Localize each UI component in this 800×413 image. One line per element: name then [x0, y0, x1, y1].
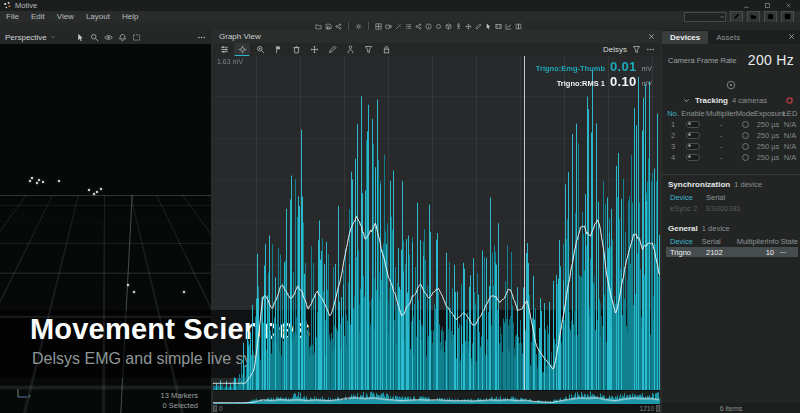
enable-toggle[interactable] — [686, 121, 700, 128]
flag-icon[interactable] — [274, 45, 283, 54]
graph-timeline-bar[interactable]: 0 1210 — [213, 404, 660, 413]
zoom-icon[interactable] — [90, 33, 99, 42]
marker-dot[interactable] — [36, 182, 38, 184]
layout-combo[interactable] — [684, 12, 726, 22]
export-icon[interactable] — [335, 23, 342, 30]
panels-icon[interactable] — [375, 23, 382, 30]
enable-toggle[interactable] — [686, 154, 700, 161]
menu-file[interactable]: File — [0, 12, 25, 21]
open-file-icon[interactable] — [315, 23, 322, 30]
camera-row-4[interactable]: 4-250 µsN/A — [666, 152, 798, 162]
info-icon[interactable] — [425, 23, 432, 30]
device-selector[interactable]: Delsys — [603, 45, 627, 54]
graph-tool-pen[interactable] — [324, 43, 340, 56]
marker-dot[interactable] — [127, 284, 129, 286]
menu-help[interactable]: Help — [116, 12, 144, 21]
graph-tool-sliders[interactable] — [216, 43, 232, 56]
menu-view[interactable]: View — [51, 12, 80, 21]
camera-frame-rate-value[interactable]: 200 Hz — [748, 52, 794, 68]
graph-tool-trash[interactable] — [288, 43, 304, 56]
save-icon[interactable] — [325, 23, 332, 30]
move-icon[interactable] — [310, 45, 319, 54]
person-icon[interactable] — [346, 45, 355, 54]
marker-dot[interactable] — [58, 180, 60, 182]
camera-row-3[interactable]: 3-250 µsN/A — [666, 141, 798, 151]
mode-icon[interactable] — [742, 121, 749, 128]
maximize-icon[interactable] — [764, 2, 771, 9]
docs-icon[interactable] — [515, 23, 522, 30]
mode-icon[interactable] — [742, 154, 749, 161]
marker-dot[interactable] — [96, 191, 98, 193]
camera-icon[interactable] — [385, 23, 392, 30]
marker-dot[interactable] — [31, 177, 33, 179]
close-panel-icon[interactable] — [647, 32, 660, 41]
edit-tools-icon[interactable] — [475, 23, 482, 30]
playhead-line[interactable] — [524, 56, 525, 390]
follow-icon[interactable] — [118, 33, 127, 42]
tab-devices[interactable]: Devices — [662, 31, 708, 44]
minimize-icon[interactable] — [743, 2, 750, 9]
calibration-icon[interactable] — [395, 23, 402, 30]
chevron-down-icon[interactable] — [50, 34, 56, 40]
marker-dot[interactable] — [42, 181, 44, 183]
marker-dot[interactable] — [183, 291, 185, 293]
video-icon[interactable] — [495, 23, 502, 30]
zoom-region-icon[interactable] — [256, 45, 265, 54]
probe-icon[interactable] — [485, 23, 492, 30]
expand-icon[interactable] — [465, 23, 472, 30]
general-section-header[interactable]: General 1 device — [668, 224, 794, 233]
layout-new-icon[interactable] — [781, 11, 794, 23]
emg-plot-canvas[interactable] — [213, 56, 660, 390]
layout-load-icon[interactable] — [747, 11, 760, 23]
close-icon[interactable] — [785, 2, 792, 9]
timeline-right-handle[interactable] — [656, 405, 660, 412]
marker-dot[interactable] — [100, 188, 102, 190]
graph-tool-fit[interactable] — [234, 43, 250, 57]
sync-section-header[interactable]: Synchronization 1 device — [668, 180, 794, 189]
graph-overview-strip[interactable] — [213, 390, 660, 404]
lock-icon[interactable] — [382, 45, 391, 54]
graph-tool-lock[interactable] — [378, 43, 394, 56]
sliders-icon[interactable] — [220, 45, 229, 54]
graph-tool-funnel[interactable] — [360, 43, 376, 56]
layout-edit-icon[interactable] — [730, 11, 743, 23]
marker-dot[interactable] — [29, 180, 31, 182]
skeleton-icon[interactable] — [455, 23, 462, 30]
mode-icon[interactable] — [742, 143, 749, 150]
mode-icon[interactable] — [742, 132, 749, 139]
graph-tool-person[interactable] — [342, 43, 358, 56]
sync-device-row[interactable]: eSync 2ES000381 — [666, 203, 798, 213]
mode-cell[interactable] — [736, 121, 754, 128]
graph-tool-flag[interactable] — [270, 43, 286, 56]
marker-dot[interactable] — [133, 291, 135, 293]
markers-icon[interactable] — [435, 23, 442, 30]
more-options-icon[interactable] — [646, 45, 655, 54]
visibility-icon[interactable] — [104, 33, 113, 42]
camera-row-2[interactable]: 2-250 µsN/A — [666, 130, 798, 140]
settings-icon[interactable] — [355, 23, 362, 30]
chevron-down-icon[interactable] — [719, 14, 725, 20]
tab-assets[interactable]: Assets — [708, 31, 748, 44]
select-icon[interactable] — [76, 33, 85, 42]
marquee-icon[interactable] — [132, 33, 141, 42]
trash-icon[interactable] — [292, 45, 301, 54]
devices-icon[interactable] — [405, 23, 412, 30]
enable-toggle[interactable] — [686, 132, 700, 139]
fit-icon[interactable] — [238, 45, 247, 54]
marker-dot[interactable] — [88, 189, 90, 191]
viewport-mode-dropdown[interactable]: Perspective — [0, 33, 47, 42]
marker-dot[interactable] — [38, 179, 40, 181]
layout-save-icon[interactable] — [764, 11, 777, 23]
filter-funnel-icon[interactable] — [632, 45, 641, 54]
graph-tool-move[interactable] — [306, 43, 322, 56]
funnel-icon[interactable] — [364, 45, 373, 54]
collapse-handle-icon[interactable] — [726, 80, 736, 90]
mode-cell[interactable] — [736, 143, 754, 150]
tracking-section-header[interactable]: Tracking 4 cameras — [668, 96, 794, 105]
charts-icon[interactable] — [505, 23, 512, 30]
mode-cell[interactable] — [736, 154, 754, 161]
timeline-left-handle[interactable] — [213, 405, 217, 412]
streaming-icon[interactable] — [415, 23, 422, 30]
camera-row-1[interactable]: 1-250 µsN/A — [666, 119, 798, 129]
mode-cell[interactable] — [736, 132, 754, 139]
